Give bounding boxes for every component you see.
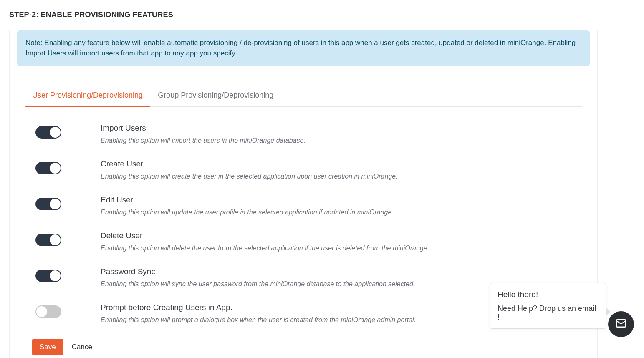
feature-row-edit-user: Edit UserEnabling this option will updat… — [25, 195, 582, 216]
toggle-edit-user[interactable] — [35, 198, 61, 210]
feature-title-import-users: Import Users — [101, 124, 582, 133]
chat-fab[interactable] — [608, 311, 634, 337]
feature-desc-create-user: Enabling this option will create the use… — [101, 173, 582, 180]
cancel-button[interactable]: Cancel — [72, 343, 94, 351]
tab-group-provisioning[interactable]: Group Provisioning/Deprovisioning — [150, 86, 281, 106]
chat-greeting: Hello there! — [498, 290, 599, 299]
feature-desc-delete-user: Enabling this option will delete the use… — [101, 245, 582, 252]
feature-title-delete-user: Delete User — [101, 231, 582, 240]
feature-title-edit-user: Edit User — [101, 195, 582, 204]
toggle-delete-user[interactable] — [35, 234, 61, 246]
feature-row-delete-user: Delete UserEnabling this option will del… — [25, 231, 582, 252]
toggle-import-users[interactable] — [35, 126, 61, 139]
note-bar: Note: Enabling any feature below will en… — [17, 30, 590, 66]
save-button[interactable]: Save — [32, 339, 63, 355]
feature-title-create-user: Create User — [101, 159, 582, 169]
toggle-prompt-create[interactable] — [35, 305, 61, 318]
tabs-bar: User Provisioning/Deprovisioning Group P… — [25, 86, 582, 107]
tab-user-provisioning[interactable]: User Provisioning/Deprovisioning — [25, 86, 150, 106]
feature-desc-import-users: Enabling this option will import the use… — [101, 137, 582, 144]
feature-title-password-sync: Password Sync — [101, 267, 582, 276]
toggle-password-sync[interactable] — [35, 270, 61, 282]
toggle-create-user[interactable] — [35, 162, 61, 174]
step-title: STEP-2: ENABLE PROVISIONING FEATURES — [9, 10, 635, 19]
mail-icon — [615, 317, 627, 331]
feature-row-import-users: Import UsersEnabling this option will im… — [25, 124, 582, 144]
feature-row-create-user: Create UserEnabling this option will cre… — [25, 159, 582, 180]
chat-help-text: Need Help? Drop us an email ! — [498, 304, 599, 322]
feature-desc-edit-user: Enabling this option will update the use… — [101, 209, 582, 216]
chat-popover: Hello there! Need Help? Drop us an email… — [490, 283, 606, 329]
